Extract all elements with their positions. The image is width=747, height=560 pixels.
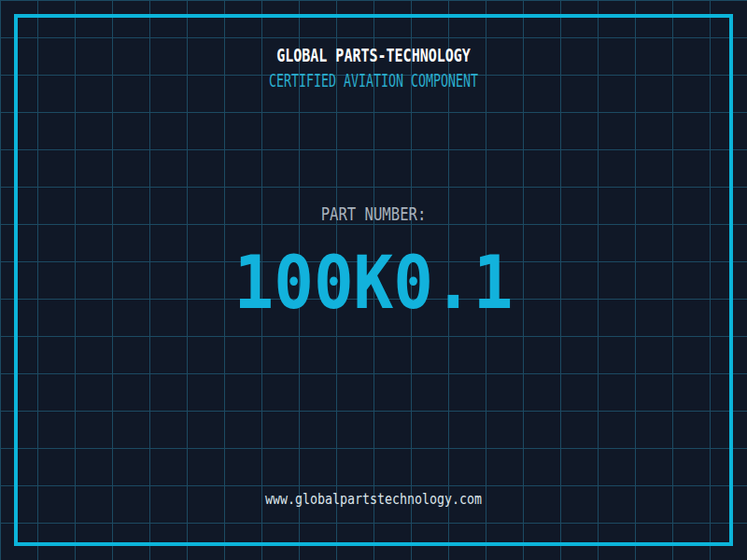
website-url: www.globalpartstechnology.com [63,492,684,507]
part-label-canvas: GLOBAL PARTS-TECHNOLOGY CERTIFIED AVIATI… [0,0,747,560]
company-name: GLOBAL PARTS-TECHNOLOGY [93,46,654,64]
part-number-value: 100K0.1 [34,246,713,319]
certification-tagline: CERTIFIED AVIATION COMPONENT [112,72,635,90]
part-number-label: PART NUMBER: [67,205,680,223]
